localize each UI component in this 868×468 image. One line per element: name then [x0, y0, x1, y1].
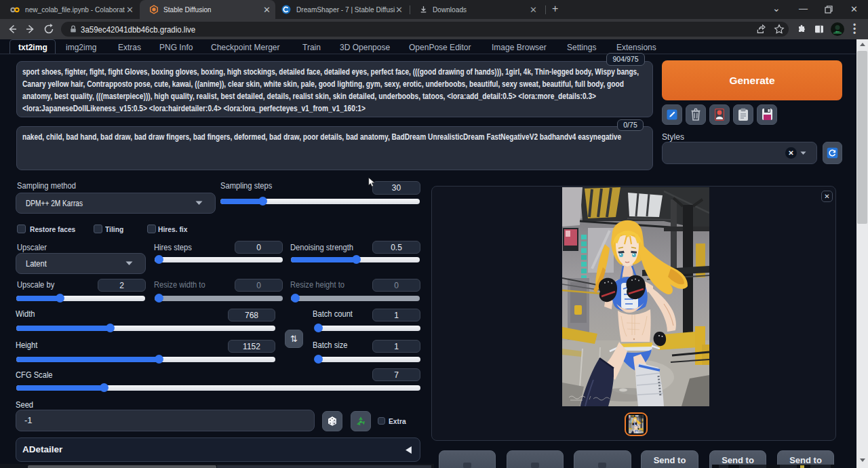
svg-text:dev: dev [835, 31, 840, 33]
